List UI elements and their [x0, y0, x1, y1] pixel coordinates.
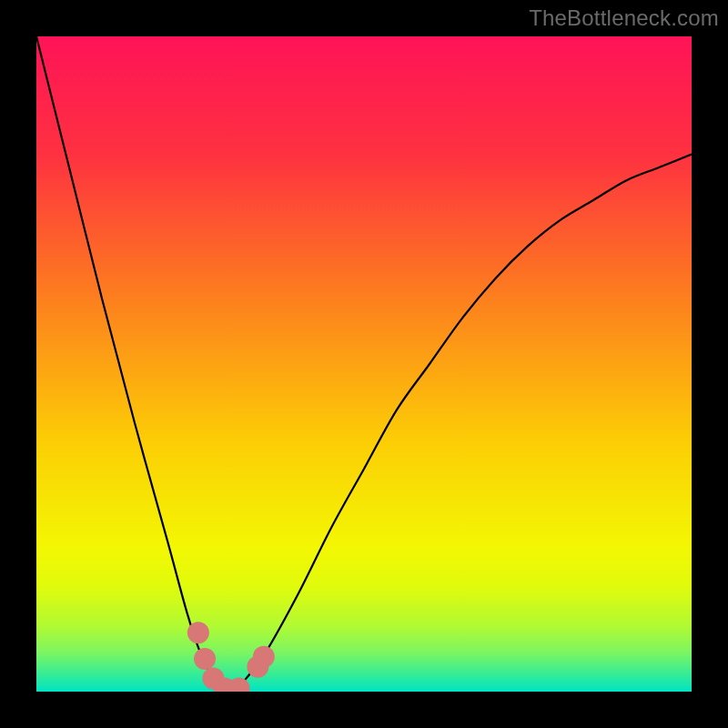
marker-dot	[194, 648, 216, 670]
bottleneck-curve	[36, 36, 692, 692]
plot-area	[36, 36, 692, 692]
marker-dot	[187, 622, 209, 643]
marker-dot	[253, 646, 275, 668]
watermark-text: TheBottleneck.com	[529, 5, 719, 31]
chart-frame: TheBottleneck.com	[0, 0, 728, 728]
